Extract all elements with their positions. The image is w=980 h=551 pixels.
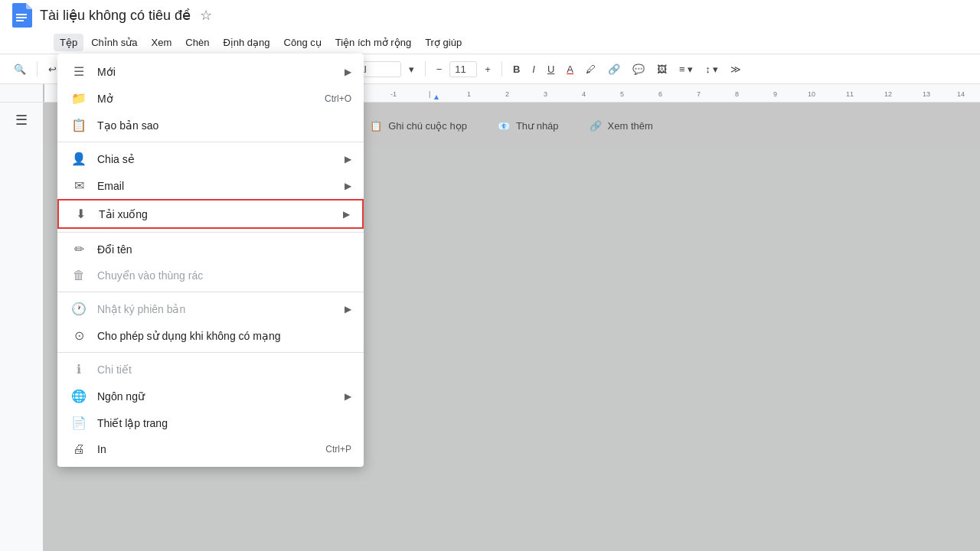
outline-icon[interactable]: ☰ <box>11 109 32 132</box>
app-icon <box>9 2 34 29</box>
menu-bar: Tệp Chỉnh sửa Xem Chèn Định dạng Công cụ… <box>0 31 980 54</box>
link-btn[interactable]: 🔗 <box>603 60 625 78</box>
dropdown-item-nhat-ky: 🕐 Nhật ký phiên bản ▶ <box>57 295 364 322</box>
in-shortcut: Ctrl+P <box>325 444 351 455</box>
svg-text:1: 1 <box>467 90 471 98</box>
toolbar-sep-6 <box>501 61 502 77</box>
template-see-more[interactable]: 🔗 Xem thêm <box>590 120 653 132</box>
menu-item-tep[interactable]: Tệp <box>54 34 83 51</box>
svg-text:10: 10 <box>808 90 815 98</box>
star-icon[interactable]: ☆ <box>200 7 212 24</box>
svg-rect-4 <box>43 84 44 103</box>
more-btn[interactable]: ≫ <box>726 60 746 78</box>
toolbar-sep-1 <box>37 61 38 77</box>
menu-item-chen[interactable]: Chèn <box>179 34 215 51</box>
toolbar-sep-5 <box>425 61 426 77</box>
email-draft-icon: 📧 <box>498 120 510 132</box>
sidebar-icons: ☰ <box>0 103 43 551</box>
doc-title: Tài liệu không có tiêu đề <box>40 7 191 24</box>
italic-btn[interactable]: I <box>528 60 540 78</box>
highlight-btn[interactable]: 🖊 <box>581 60 600 78</box>
font-size-increase[interactable]: + <box>480 60 495 78</box>
see-more-icon: 🔗 <box>590 120 602 132</box>
dropdown-menu: ☰ Mới ▶ 📁 Mở Ctrl+O 📋 Tạo bản sao 👤 Chia… <box>57 54 364 467</box>
template-meeting-notes[interactable]: 📋 Ghi chú cuộc họp <box>370 120 467 132</box>
tao-ban-sao-icon: 📋 <box>70 118 88 132</box>
thung-rac-icon: 🗑 <box>70 269 88 282</box>
divider-3 <box>57 292 364 292</box>
svg-text:7: 7 <box>697 90 701 98</box>
thiet-lap-icon: 📄 <box>70 416 88 430</box>
tao-ban-sao-label: Tạo bản sao <box>97 119 351 132</box>
top-bar: Tài liệu không có tiêu đề ☆ <box>0 0 980 31</box>
dropdown-item-tao-ban-sao[interactable]: 📋 Tạo bản sao <box>57 112 364 139</box>
svg-text:13: 13 <box>923 90 930 98</box>
tai-xuong-label: Tải xuống <box>99 208 337 220</box>
mo-label: Mở <box>97 93 325 105</box>
underline-btn[interactable]: U <box>543 60 559 78</box>
chia-se-arrow: ▶ <box>345 154 351 165</box>
mo-shortcut: Ctrl+O <box>325 93 351 104</box>
divider-4 <box>57 352 364 353</box>
svg-text:9: 9 <box>773 90 777 98</box>
dropdown-item-chia-se[interactable]: 👤 Chia sẻ ▶ <box>57 145 364 172</box>
dropdown-item-chi-tiet: ℹ Chi tiết <box>57 356 364 383</box>
dropdown-item-ngon-ngu[interactable]: 🌐 Ngôn ngữ ▶ <box>57 383 364 409</box>
svg-text:|: | <box>429 90 430 98</box>
in-label: In <box>97 443 325 455</box>
chi-tiet-label: Chi tiết <box>97 364 351 376</box>
menu-item-cong-cu[interactable]: Công cụ <box>278 34 328 51</box>
dropdown-item-moi[interactable]: ☰ Mới ▶ <box>57 58 364 85</box>
dropdown-item-thiet-lap-trang[interactable]: 📄 Thiết lập trang <box>57 409 364 436</box>
tai-xuong-arrow: ▶ <box>343 209 350 220</box>
comment-btn[interactable]: 💬 <box>628 60 649 78</box>
dropdown-item-in[interactable]: 🖨 In Ctrl+P <box>57 436 364 462</box>
dropdown-item-cho-phep[interactable]: ⊙ Cho phép sử dụng khi không có mạng <box>57 322 364 349</box>
moi-label: Mới <box>97 66 338 78</box>
align-btn[interactable]: ≡ ▾ <box>675 60 697 78</box>
menu-item-chinh-sua[interactable]: Chỉnh sửa <box>85 34 143 51</box>
chi-tiet-icon: ℹ <box>70 362 88 377</box>
svg-text:12: 12 <box>884 90 892 98</box>
dropdown-item-mo[interactable]: 📁 Mở Ctrl+O <box>57 85 364 112</box>
menu-item-tro-giup[interactable]: Trợ giúp <box>419 34 468 51</box>
menu-item-dinh-dang[interactable]: Định dạng <box>217 34 276 51</box>
email-arrow: ▶ <box>345 181 351 191</box>
email-draft-label: Thư nháp <box>516 120 559 132</box>
search-btn[interactable]: 🔍 <box>9 60 31 78</box>
svg-text:3: 3 <box>544 90 547 98</box>
font-size-box[interactable]: 11 <box>449 61 477 77</box>
dropdown-item-email[interactable]: ✉ Email ▶ <box>57 172 364 199</box>
font-size-decrease[interactable]: − <box>432 60 447 78</box>
font-name-arrow[interactable]: ▾ <box>404 60 419 78</box>
divider-1 <box>57 142 364 142</box>
tai-xuong-icon: ⬇ <box>71 207 90 221</box>
bold-btn[interactable]: B <box>508 60 524 78</box>
nhat-ky-arrow: ▶ <box>345 304 351 315</box>
nhat-ky-label: Nhật ký phiên bản <box>97 303 338 315</box>
template-email-draft[interactable]: 📧 Thư nháp <box>498 120 559 132</box>
text-color-btn[interactable]: A <box>562 60 578 78</box>
line-spacing-btn[interactable]: ↕ ▾ <box>701 60 723 78</box>
dropdown-item-tai-xuong[interactable]: ⬇ Tải xuống ▶ <box>57 199 364 229</box>
svg-text:11: 11 <box>846 90 854 98</box>
dropdown-item-chuyen-vao-thung-rac: 🗑 Chuyển vào thùng rác <box>57 262 364 289</box>
email-icon: ✉ <box>70 178 88 193</box>
svg-text:5: 5 <box>620 90 624 98</box>
doi-ten-icon: ✏ <box>70 242 88 256</box>
nhat-ky-icon: 🕐 <box>70 302 88 316</box>
svg-text:4: 4 <box>582 90 586 98</box>
meeting-notes-label: Ghi chú cuộc họp <box>388 120 467 132</box>
email-label: Email <box>97 180 338 192</box>
svg-text:14: 14 <box>957 90 965 98</box>
moi-arrow: ▶ <box>345 67 351 77</box>
image-btn[interactable]: 🖼 <box>652 60 671 78</box>
in-icon: 🖨 <box>70 442 88 456</box>
menu-item-xem[interactable]: Xem <box>145 34 178 51</box>
see-more-label: Xem thêm <box>608 120 653 132</box>
dropdown-item-doi-ten[interactable]: ✏ Đổi tên <box>57 236 364 262</box>
divider-2 <box>57 232 364 233</box>
menu-item-tien-ich-mo-rong[interactable]: Tiện ích mở rộng <box>329 34 417 51</box>
thung-rac-label: Chuyển vào thùng rác <box>97 269 351 282</box>
svg-rect-1 <box>16 17 27 18</box>
